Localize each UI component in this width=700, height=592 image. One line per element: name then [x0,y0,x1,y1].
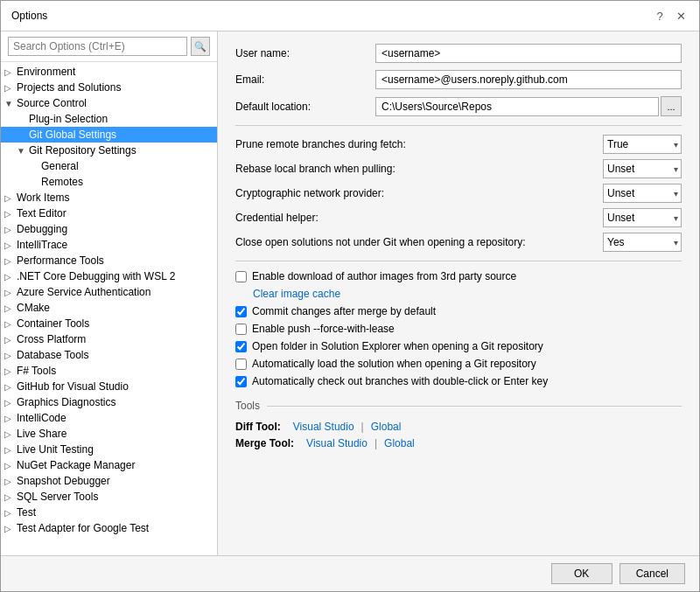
rebase-dropdown-wrapper: Unset True False [603,159,682,178]
cancel-button[interactable]: Cancel [620,563,685,584]
username-row: User name: [235,44,682,63]
tree-item-text-editor[interactable]: ▷ Text Editor [1,205,217,221]
tree-item-cmake[interactable]: ▷ CMake [1,300,217,316]
tree-item-performance-tools[interactable]: ▷ Performance Tools [1,253,217,268]
tree-item-label: Test [17,506,36,519]
close-button[interactable]: ✕ [673,8,689,24]
expand-icon: ▷ [4,461,17,470]
expand-icon: ▷ [4,492,17,502]
dialog-title: Options [11,10,47,22]
clear-image-cache-link[interactable]: Clear image cache [253,288,340,300]
browse-button[interactable]: ... [661,96,682,116]
title-bar: Options ? ✕ [1,1,699,31]
tree-item-nuget[interactable]: ▷ NuGet Package Manager [1,457,217,473]
auto-load-checkbox[interactable] [235,359,247,370]
tree-item-projects-solutions[interactable]: ▷ Projects and Solutions [1,80,217,95]
tree-item-git-repository-settings[interactable]: ▼ Git Repository Settings [1,143,217,158]
tools-divider [267,406,682,407]
email-row: Email: [235,70,682,89]
tree-item-label: Container Tools [17,317,89,330]
expand-icon: ▼ [17,146,29,156]
tree-item-plug-in-selection[interactable]: Plug-in Selection [1,111,217,127]
tree-item-cross-platform[interactable]: ▷ Cross Platform [1,331,217,347]
prune-row: Prune remote branches during fetch: True… [235,135,682,154]
default-location-row: Default location: ... [235,96,682,116]
tree-item-label: Projects and Solutions [17,81,121,94]
title-bar-buttons: ? ✕ [652,8,689,24]
tree-item-label: Snapshot Debugger [17,475,110,487]
tree-item-fsharp-tools[interactable]: ▷ F# Tools [1,363,217,379]
prune-dropdown-wrapper: True False [603,135,682,154]
tree-item-net-core-debugging[interactable]: ▷ .NET Core Debugging with WSL 2 [1,268,217,284]
email-input[interactable] [375,70,682,89]
expand-icon: ▷ [4,477,17,486]
search-icon[interactable]: 🔍 [191,37,210,56]
tree-item-sql-server-tools[interactable]: ▷ SQL Server Tools [1,489,217,505]
tree-item-intellitrace[interactable]: ▷ IntelliTrace [1,237,217,253]
expand-icon: ▷ [4,209,17,219]
tree-item-environment[interactable]: ▷ Environment [1,64,217,80]
auto-checkout-checkbox[interactable] [235,376,247,387]
tree-item-container-tools[interactable]: ▷ Container Tools [1,316,217,331]
username-input[interactable] [375,44,682,63]
auto-load-label: Automatically load the solution when ope… [252,358,536,370]
tree-item-label: Git Global Settings [29,129,116,141]
tree-item-azure-service-auth[interactable]: ▷ Azure Service Authentication [1,284,217,300]
tree-item-live-share[interactable]: ▷ Live Share [1,426,217,442]
tree-item-snapshot-debugger[interactable]: ▷ Snapshot Debugger [1,473,217,489]
credential-dropdown[interactable]: Unset GCM Core GCM [603,208,682,227]
expand-icon: ▷ [4,303,17,313]
tree-item-intellicode[interactable]: ▷ IntelliCode [1,410,217,426]
tree-item-database-tools[interactable]: ▷ Database Tools [1,347,217,363]
close-solutions-dropdown[interactable]: Yes No [603,233,682,252]
prune-label: Prune remote branches during fetch: [235,138,603,150]
tree-item-live-unit-testing[interactable]: ▷ Live Unit Testing [1,442,217,457]
enable-push-checkbox[interactable] [235,324,247,335]
tree-item-label: .NET Core Debugging with WSL 2 [17,270,175,282]
tree-item-general[interactable]: General [1,158,217,174]
tree-item-github-vs[interactable]: ▷ GitHub for Visual Studio [1,379,217,394]
open-folder-checkbox[interactable] [235,341,247,352]
merge-global-link[interactable]: Global [384,437,415,449]
search-input[interactable] [8,37,187,56]
download-images-row: Enable download of author images from 3r… [235,270,682,282]
merge-tool-label: Merge Tool: [235,437,294,449]
tree-item-source-control[interactable]: ▼ Source Control [1,95,217,111]
tree-item-test[interactable]: ▷ Test [1,505,217,520]
default-location-input[interactable] [375,97,659,116]
tree-item-label: Git Repository Settings [29,144,136,157]
tree-item-label: Database Tools [17,349,89,361]
commit-changes-checkbox[interactable] [235,306,247,317]
merge-visual-studio-link[interactable]: Visual Studio [306,437,368,449]
expand-icon: ▷ [4,351,17,360]
tree-item-label: Azure Service Authentication [17,286,150,298]
rebase-dropdown[interactable]: Unset True False [603,159,682,178]
expand-icon: ▷ [4,524,17,533]
tree-item-work-items[interactable]: ▷ Work Items [1,190,217,205]
expand-icon: ▷ [4,429,17,439]
help-button[interactable]: ? [652,8,668,24]
tree-item-graphics-diagnostics[interactable]: ▷ Graphics Diagnostics [1,394,217,410]
diff-visual-studio-link[interactable]: Visual Studio [293,421,354,433]
expand-icon: ▷ [4,256,17,266]
diff-tool-label: Diff Tool: [235,421,281,433]
prune-dropdown[interactable]: True False [603,135,682,154]
credential-label: Credential helper: [235,212,603,224]
enable-push-label: Enable push --force-with-lease [252,323,395,335]
tree-item-label: Cross Platform [17,333,86,345]
ok-button[interactable]: OK [551,563,612,584]
diff-global-link[interactable]: Global [371,421,402,433]
tools-section: Tools Diff Tool: Visual Studio | Global … [235,400,682,449]
expand-icon: ▷ [4,272,17,282]
expand-icon: ▷ [4,83,17,93]
tree-item-test-adapter-google[interactable]: ▷ Test Adapter for Google Test [1,520,217,536]
download-images-checkbox[interactable] [235,271,247,282]
tree-item-debugging[interactable]: ▷ Debugging [1,221,217,237]
tree-item-remotes[interactable]: Remotes [1,174,217,190]
tree-item-label: Live Share [17,428,66,440]
tree-item-label: GitHub for Visual Studio [17,380,129,393]
merge-separator: | [374,437,377,449]
tree-item-git-global-settings[interactable]: Git Global Settings [1,127,217,143]
crypto-dropdown[interactable]: Unset OpenSSL SChannel [603,184,682,203]
clear-cache-container: Clear image cache [253,288,682,300]
